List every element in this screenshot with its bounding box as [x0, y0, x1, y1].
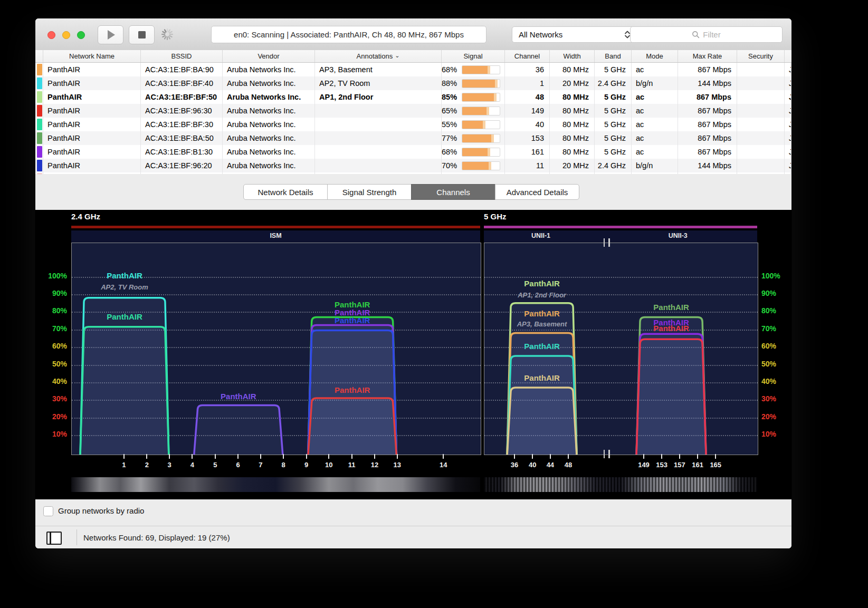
security-cell — [737, 131, 785, 145]
scanning-spinner-icon — [160, 27, 174, 41]
scan-status-text: en0: Scanning | Associated: PanthAIR, Ch… — [234, 30, 464, 39]
spectrum-waterfall-2.4GHz — [71, 477, 480, 492]
search-input[interactable]: Filter — [630, 26, 783, 43]
mode-cell: b/g/n — [632, 76, 678, 90]
tab-signal-strength[interactable]: Signal Strength — [327, 184, 412, 200]
y-axis-label-left: 40% — [35, 377, 67, 385]
column-header-band[interactable]: Band — [595, 50, 632, 62]
x-tick — [643, 454, 644, 459]
band-cell: 5 GHz — [595, 131, 632, 145]
max-rate-cell: 867 Mbps — [678, 145, 737, 159]
networks-found-status: Networks Found: 69, Displayed: 19 (27%) — [83, 533, 230, 542]
tab-network-details[interactable]: Network Details — [243, 184, 328, 200]
network-color-chip — [37, 78, 42, 89]
column-header-lastseen[interactable] — [785, 50, 791, 62]
width-cell: 20 MHz — [550, 76, 595, 90]
signal-cell: 88% — [442, 76, 505, 90]
signal-bar — [462, 161, 500, 170]
channel-label-5: 5 — [206, 461, 224, 469]
vendor-cell: Aruba Networks Inc. — [223, 159, 315, 172]
scan-status-display: en0: Scanning | Associated: PanthAIR, Ch… — [211, 26, 487, 43]
network-color-cell — [35, 104, 43, 118]
channel-label-36: 36 — [505, 461, 523, 469]
section-label-unii-3: UNII-3 — [669, 232, 688, 239]
network-color-chip — [37, 146, 42, 158]
start-scan-button[interactable] — [98, 25, 123, 44]
column-header-signal[interactable]: Signal — [442, 50, 505, 62]
max-rate-cell: 867 Mbps — [678, 118, 737, 131]
tab-advanced-details[interactable]: Advanced Details — [495, 184, 579, 200]
table-row[interactable]: PanthAIRAC:A3:1E:BF:BF:40Aruba Networks … — [35, 76, 791, 90]
detail-tabs: Network DetailsSignal StrengthChannelsAd… — [243, 184, 579, 200]
column-header-max-rate[interactable]: Max Rate — [678, 50, 737, 62]
column-header-network-name[interactable]: Network Name — [43, 50, 141, 62]
network-label: PanthAIR — [524, 342, 560, 351]
signal-cell: 65% — [442, 104, 505, 118]
y-axis-label-right: 80% — [761, 306, 791, 315]
width-cell: 80 MHz — [550, 131, 595, 145]
channel-label-11: 11 — [343, 461, 361, 469]
network-name-cell: PanthAIR — [43, 63, 141, 76]
network-color-chip — [37, 160, 42, 171]
channel-label-48: 48 — [559, 461, 577, 469]
band-break-mark — [604, 450, 605, 458]
signal-percent: 68% — [442, 65, 457, 74]
network-shape-PanthAIR — [80, 327, 169, 455]
bssid-cell: AC:A3:1E:BF:BA:90 — [141, 63, 223, 76]
column-header-width[interactable]: Width — [550, 50, 595, 62]
footer: Group networks by radio Networks Found: … — [35, 499, 791, 548]
network-color-chip — [37, 105, 42, 117]
band-color-bar — [71, 226, 480, 228]
column-header-bssid[interactable]: BSSID — [141, 50, 223, 62]
stop-scan-button[interactable] — [129, 25, 155, 44]
band-cell: 2.4 GHz — [595, 159, 632, 172]
width-cell: 20 MHz — [550, 159, 595, 172]
x-tick — [192, 454, 193, 459]
y-axis-label-right: 100% — [761, 272, 791, 280]
x-tick — [443, 454, 444, 459]
table-row[interactable]: PanthAIRAC:A3:1E:BF:BA:50Aruba Networks … — [35, 131, 791, 145]
minimize-window-button[interactable] — [62, 31, 70, 39]
zoom-window-button[interactable] — [77, 31, 85, 39]
annotation-cell — [315, 118, 442, 131]
column-header-channel[interactable]: Channel — [505, 50, 550, 62]
column-header-security[interactable]: Security — [737, 50, 785, 62]
y-axis-label-right: 90% — [761, 289, 791, 297]
column-header-color[interactable] — [35, 50, 43, 62]
signal-bar — [462, 65, 500, 74]
band-section-strip: UNII-1UNII-3 — [484, 230, 757, 243]
group-by-radio-checkbox[interactable] — [43, 506, 53, 516]
last-seen-cell: Ju — [785, 131, 791, 145]
tab-channels[interactable]: Channels — [411, 184, 495, 200]
signal-bar-peak — [491, 134, 494, 142]
security-cell — [737, 90, 785, 104]
x-tick — [697, 454, 698, 459]
table-row[interactable]: PanthAIRAC:A3:1E:BF:BA:90Aruba Networks … — [35, 63, 791, 76]
table-row[interactable]: PanthAIRAC:A3:1E:BF:96:30Aruba Networks … — [35, 104, 791, 118]
sidebar-toggle-button[interactable] — [46, 532, 62, 545]
table-row[interactable]: PanthAIRAC:A3:1E:BF:BF:50Aruba Networks … — [35, 90, 791, 104]
x-tick — [283, 454, 284, 459]
column-header-vendor[interactable]: Vendor — [223, 50, 315, 62]
max-rate-cell: 867 Mbps — [678, 104, 737, 118]
spectrum-waterfall-5GHz — [484, 477, 757, 492]
table-row[interactable]: PanthAIRAC:A3:1E:BF:B1:30Aruba Networks … — [35, 145, 791, 159]
table-row[interactable]: PanthAIRAC:A3:1E:BF:96:20Aruba Networks … — [35, 159, 791, 172]
last-seen-cell: Ju — [785, 90, 791, 104]
network-label: PanthAIR — [653, 324, 689, 333]
security-cell — [737, 145, 785, 159]
channel-label-40: 40 — [523, 461, 541, 469]
x-tick — [146, 454, 147, 459]
network-label: PanthAIR — [524, 373, 560, 382]
signal-cell: 77% — [442, 131, 505, 145]
channel-label-10: 10 — [320, 461, 338, 469]
column-header-annotations[interactable]: Annotations⌄ — [315, 50, 442, 62]
network-filter-select[interactable]: All Networks — [512, 26, 635, 43]
column-header-mode[interactable]: Mode — [632, 50, 678, 62]
channel-label-3: 3 — [160, 461, 178, 469]
close-window-button[interactable] — [47, 31, 55, 39]
max-rate-cell: 867 Mbps — [678, 90, 737, 104]
channel-cell: 11 — [505, 159, 550, 172]
network-name-cell: PanthAIR — [43, 118, 141, 131]
table-row[interactable]: PanthAIRAC:A3:1E:BF:BF:30Aruba Networks … — [35, 118, 791, 131]
